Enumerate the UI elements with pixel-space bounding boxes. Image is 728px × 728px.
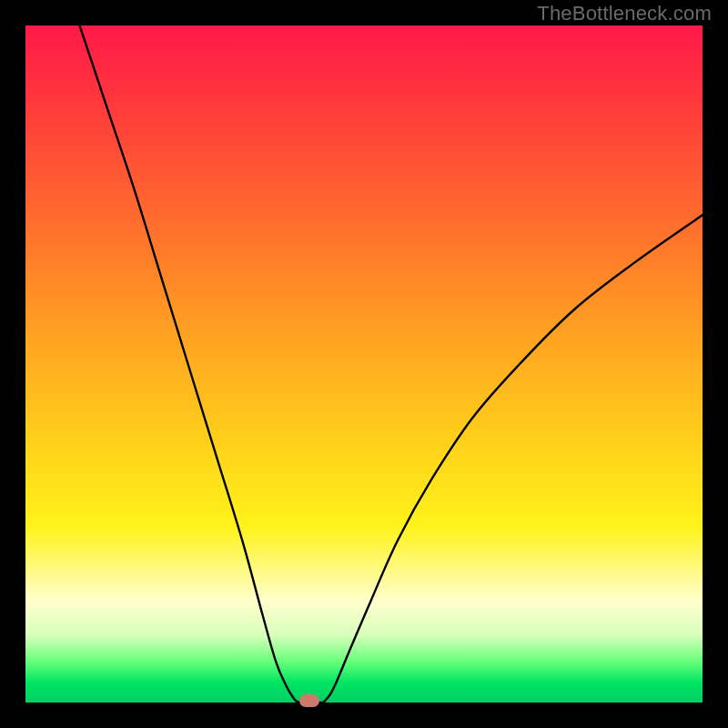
curve-right — [323, 215, 703, 703]
curve-left — [80, 25, 300, 703]
curve-svg — [25, 25, 703, 703]
watermark-text: TheBottleneck.com — [537, 2, 712, 25]
chart-frame: TheBottleneck.com — [0, 0, 728, 728]
bottleneck-marker — [299, 694, 319, 707]
